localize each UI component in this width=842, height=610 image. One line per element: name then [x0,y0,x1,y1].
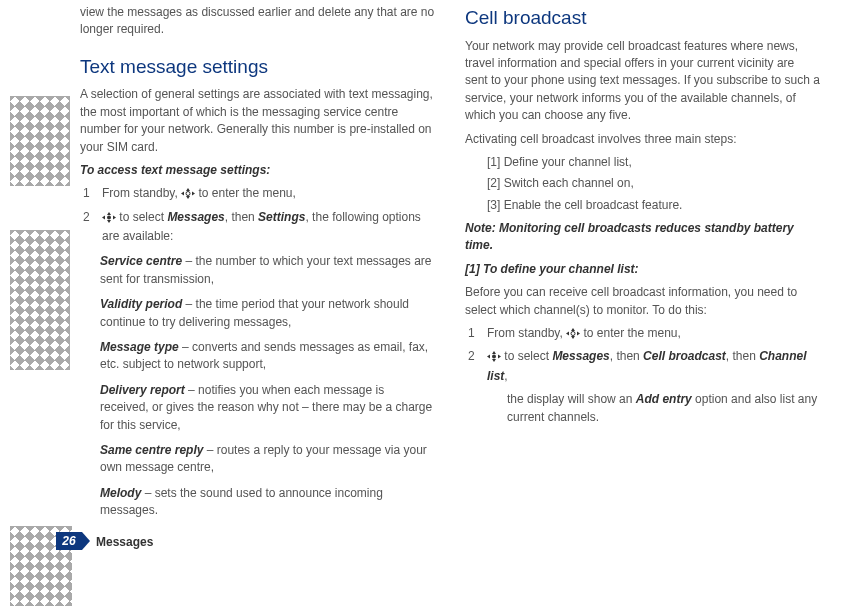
battery-note: Note: Monitoring cell broadcasts reduces… [465,220,820,255]
heading-cell-broadcast: Cell broadcast [465,4,820,32]
option-same-centre-reply: Same centre reply – routes a reply to yo… [100,442,435,477]
nav-center-press-icon [487,350,501,367]
svg-marker-7 [102,215,105,219]
svg-point-14 [571,332,575,336]
step-1: 1 From standby, to enter the menu, [80,185,435,204]
nav-4-way-icon [181,187,195,204]
svg-marker-11 [571,336,575,339]
three-step-1: [1] Define your channel list, [487,154,820,171]
three-step-3: [3] Enable the cell broadcast feature. [487,197,820,214]
decoration-left-2 [10,230,70,370]
page-number-pointer [82,532,90,550]
option-delivery-report: Delivery report – notifies you when each… [100,382,435,434]
activating-intro: Activating cell broadcast involves three… [465,131,820,148]
define-channel-list-intro: Before you can receive cell broadcast in… [465,284,820,319]
svg-marker-17 [487,355,490,359]
svg-point-9 [107,215,111,219]
three-steps-list: [1] Define your channel list, [2] Switch… [487,154,820,214]
svg-marker-6 [107,220,111,223]
settings-options-list: Service centre – the number to which you… [100,253,435,519]
footer-section-label: Messages [96,534,153,551]
column-right: Cell broadcast Your network may provide … [465,0,820,432]
svg-marker-3 [192,192,195,196]
svg-marker-8 [113,215,116,219]
define-channel-list-heading: [1] To define your channel list: [465,261,820,278]
result-text: the display will show an Add entry optio… [507,391,820,426]
dstep-2: 2 to select Messages, then Cell broadcas… [465,348,820,385]
nav-center-press-icon [102,211,116,228]
svg-marker-12 [566,332,569,336]
svg-marker-13 [577,332,580,336]
three-step-2: [2] Switch each channel on, [487,175,820,192]
option-validity-period: Validity period – the time period that y… [100,296,435,331]
svg-marker-18 [498,355,501,359]
svg-marker-5 [107,212,111,215]
intro-continuation: view the messages as discussed earlier a… [80,4,435,39]
option-service-centre: Service centre – the number to which you… [100,253,435,288]
svg-marker-10 [571,328,575,331]
decoration-left-1 [10,96,70,186]
define-channel-steps: 1 From standby, to enter the menu, 2 [465,325,820,385]
step-2: 2 to select Messages, then Settings, the… [80,209,435,246]
column-left: view the messages as discussed earlier a… [80,0,435,528]
option-melody: Melody – sets the sound used to announce… [100,485,435,520]
access-settings-steps: 1 From standby, to enter the menu, 2 [80,185,435,245]
svg-marker-0 [186,188,190,191]
nav-4-way-icon [566,327,580,344]
access-settings-heading: To access text message settings: [80,162,435,179]
svg-marker-15 [492,351,496,354]
svg-marker-16 [492,359,496,362]
cell-broadcast-intro: Your network may provide cell broadcast … [465,38,820,125]
dstep-1: 1 From standby, to enter the menu, [465,325,820,344]
svg-point-19 [492,355,496,359]
page-number-badge: 26 [56,532,82,550]
option-message-type: Message type – converts and sends messag… [100,339,435,374]
svg-point-4 [186,192,190,196]
svg-marker-1 [186,196,190,199]
page-number: 26 [62,534,75,548]
text-message-settings-intro: A selection of general settings are asso… [80,86,435,156]
heading-text-message-settings: Text message settings [80,53,435,81]
svg-marker-2 [181,192,184,196]
